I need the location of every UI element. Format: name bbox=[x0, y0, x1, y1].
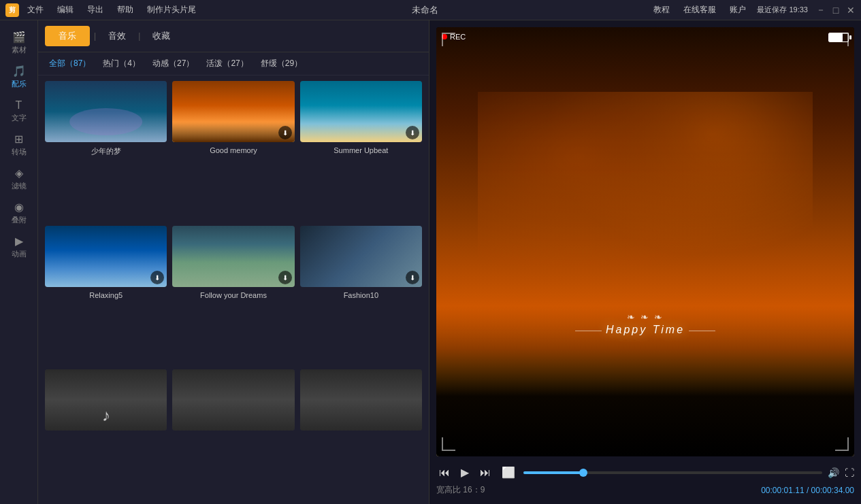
list-item[interactable] bbox=[300, 369, 422, 499]
account-btn[interactable]: 账户 bbox=[727, 3, 749, 17]
filter-popular[interactable]: 热门（4） bbox=[99, 56, 144, 71]
player-info: 宽高比 16：9 00:00:01.11 / 00:00:34.00 bbox=[436, 483, 854, 497]
forward-btn[interactable]: ⏭ bbox=[477, 465, 493, 480]
filter-all[interactable]: 全部（87） bbox=[45, 56, 95, 71]
media-label-1: 少年的梦 bbox=[45, 145, 167, 158]
rec-label: REC bbox=[450, 33, 466, 41]
menu-help[interactable]: 帮助 bbox=[114, 3, 136, 17]
tab-sep-2: | bbox=[138, 31, 140, 41]
media-thumb-3: ⬇ bbox=[300, 81, 422, 142]
media-label-6: Fashion10 bbox=[300, 290, 422, 301]
media-thumb-4: ⬇ bbox=[45, 226, 167, 287]
media-grid: 少年的梦 ⬇ Good memory ⬇ bbox=[38, 75, 429, 504]
menu-edit[interactable]: 编辑 bbox=[54, 3, 76, 17]
progress-bar[interactable] bbox=[523, 471, 822, 474]
text-icon: T bbox=[16, 99, 22, 112]
support-btn[interactable]: 在线客服 bbox=[681, 3, 719, 17]
media-label-9 bbox=[300, 433, 422, 436]
list-item[interactable]: ⬇ Summer Upbeat bbox=[300, 81, 422, 220]
progress-thumb bbox=[579, 469, 587, 477]
progress-fill bbox=[523, 471, 583, 474]
happy-time-row: ——— Happy Time ——— bbox=[575, 324, 715, 336]
download-btn-5[interactable]: ⬇ bbox=[278, 271, 292, 284]
maximize-btn[interactable]: □ bbox=[831, 5, 841, 15]
close-btn[interactable]: ✕ bbox=[846, 5, 856, 15]
rewind-btn[interactable]: ⏮ bbox=[436, 465, 453, 480]
ornament-left: ❧ ❧ ❧ bbox=[627, 312, 664, 322]
preview-panel: ❧ ❧ ❧ ——— Happy Time ——— REC bbox=[429, 20, 861, 504]
media-thumb-7: ♪ bbox=[45, 369, 167, 431]
title-bar: 剪 文件 编辑 导出 帮助 制作片头片尾 未命名 教程 在线客服 账户 最近保存… bbox=[0, 0, 861, 20]
overlay-icon: ◉ bbox=[14, 201, 24, 214]
list-item[interactable]: ⬇ Good memory bbox=[172, 81, 294, 220]
stop-btn[interactable]: ⬜ bbox=[499, 465, 518, 480]
menu-credits[interactable]: 制作片头片尾 bbox=[144, 3, 199, 17]
download-btn-3[interactable]: ⬇ bbox=[406, 126, 419, 139]
media-thumb-6: ⬇ bbox=[300, 226, 422, 287]
list-item[interactable] bbox=[172, 369, 294, 499]
thumb-bg-5 bbox=[172, 226, 294, 287]
tab-collection[interactable]: 收藏 bbox=[144, 26, 178, 46]
tab-sfx[interactable]: 音效 bbox=[100, 26, 134, 46]
battery-indicator bbox=[828, 33, 849, 42]
list-item[interactable]: ⬇ Fashion10 bbox=[300, 226, 422, 363]
menu-file[interactable]: 文件 bbox=[25, 3, 46, 17]
volume-icon[interactable]: 🔊 bbox=[828, 467, 839, 478]
media-label-2: Good memory bbox=[172, 145, 294, 156]
download-btn-2[interactable]: ⬇ bbox=[278, 126, 292, 139]
list-item[interactable]: 少年的梦 bbox=[45, 81, 167, 220]
sidebar-item-overlay[interactable]: ◉ 叠附 bbox=[2, 197, 36, 229]
media-thumb-1 bbox=[45, 81, 167, 142]
sidebar-label-transition: 转场 bbox=[12, 147, 27, 157]
rec-indicator: REC bbox=[442, 33, 466, 41]
rec-dot bbox=[442, 34, 447, 39]
menu-export[interactable]: 导出 bbox=[84, 3, 106, 17]
sidebar-label-animation: 动画 bbox=[12, 249, 27, 259]
preview-video: ❧ ❧ ❧ ——— Happy Time ——— REC bbox=[436, 27, 854, 456]
sidebar-label-text: 文字 bbox=[12, 113, 27, 123]
tab-sep-1: | bbox=[94, 31, 96, 41]
media-label-7 bbox=[45, 433, 167, 436]
tutorial-btn[interactable]: 教程 bbox=[651, 3, 672, 17]
app-title: 未命名 bbox=[412, 4, 438, 16]
material-icon: 🎬 bbox=[12, 31, 26, 44]
fullscreen-btn[interactable]: ⛶ bbox=[845, 467, 854, 478]
aspect-ratio: 宽高比 16：9 bbox=[436, 484, 485, 496]
media-thumb-5: ⬇ bbox=[172, 226, 294, 287]
media-panel: 音乐 | 音效 | 收藏 全部（87） 热门（4） 动感（27） 活泼（27） … bbox=[38, 20, 429, 504]
list-item[interactable]: ⬇ Follow your Dreams bbox=[172, 226, 294, 363]
time-sep: / bbox=[807, 486, 811, 495]
sidebar-item-text[interactable]: T 文字 bbox=[2, 95, 36, 127]
filter-calm[interactable]: 舒缓（29） bbox=[257, 56, 306, 71]
sidebar-label-overlay: 叠附 bbox=[12, 215, 27, 225]
media-label-3: Summer Upbeat bbox=[300, 145, 422, 156]
time-total: 00:00:34.00 bbox=[811, 486, 854, 495]
list-item[interactable]: ⬇ Relaxing5 bbox=[45, 226, 167, 363]
battery-fill bbox=[829, 33, 843, 41]
media-thumb-8 bbox=[172, 369, 294, 431]
sidebar-item-animation[interactable]: ▶ 动画 bbox=[2, 231, 36, 263]
filter-lively[interactable]: 活泼（27） bbox=[202, 56, 252, 71]
media-label-5: Follow your Dreams bbox=[172, 290, 294, 301]
thumb-bg-3 bbox=[300, 81, 422, 142]
preview-clouds bbox=[478, 92, 812, 307]
sidebar-item-material[interactable]: 🎬 素材 bbox=[2, 27, 36, 58]
thumb-bg-6 bbox=[300, 226, 422, 287]
minimize-btn[interactable]: － bbox=[816, 5, 826, 15]
list-item[interactable]: ♪ bbox=[45, 369, 167, 499]
play-btn[interactable]: ▶ bbox=[458, 465, 472, 480]
filter-energetic[interactable]: 动感（27） bbox=[148, 56, 198, 71]
window-controls: － □ ✕ bbox=[816, 5, 856, 15]
tab-music[interactable]: 音乐 bbox=[45, 26, 90, 46]
filter-bar: 全部（87） 热门（4） 动感（27） 活泼（27） 舒缓（29） bbox=[38, 52, 429, 75]
sidebar-item-music[interactable]: 🎵 配乐 bbox=[2, 61, 36, 93]
preview-text-overlay: ❧ ❧ ❧ ——— Happy Time ——— bbox=[575, 312, 715, 336]
sidebar: 🎬 素材 🎵 配乐 T 文字 ⊞ 转场 ◈ 滤镜 ◉ 叠附 ▶ 动画 bbox=[0, 20, 38, 504]
filter-icon: ◈ bbox=[15, 167, 23, 180]
ornament-row: ❧ ❧ ❧ bbox=[627, 312, 664, 322]
time-current: 00:00:01.11 bbox=[761, 486, 804, 495]
sidebar-item-transition[interactable]: ⊞ 转场 bbox=[2, 129, 36, 161]
media-thumb-2: ⬇ bbox=[172, 81, 294, 142]
music-icon: 🎵 bbox=[12, 65, 26, 78]
sidebar-item-filter[interactable]: ◈ 滤镜 bbox=[2, 163, 36, 195]
